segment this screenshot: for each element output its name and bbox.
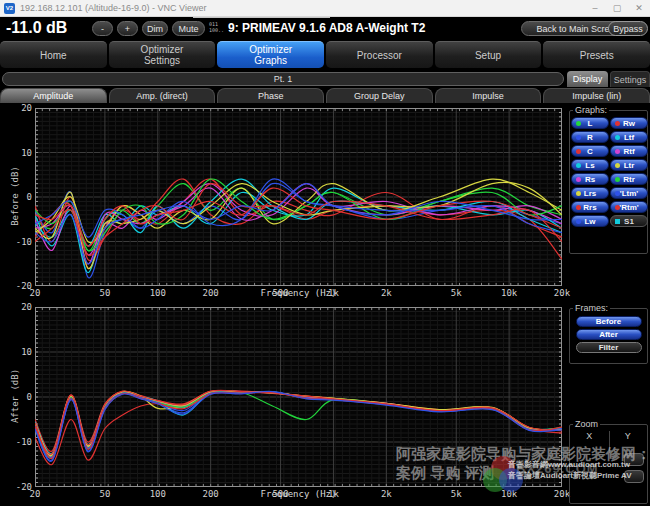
- channel-color-dot: [576, 135, 581, 140]
- x-axis-label: Frequency (Hz): [261, 489, 337, 499]
- tab-optimizer-graphs[interactable]: Optimizer Graphs: [217, 41, 324, 68]
- measurement-point-bar[interactable]: Pt. 1: [2, 72, 564, 86]
- channel-button-Rtm[interactable]: 'Rtm': [610, 201, 648, 213]
- channel-color-dot: [615, 121, 620, 126]
- x-tick-label: 5k: [451, 489, 462, 499]
- graphs-panel: Graphs: LRwRLtfCRtfLsLtrRsRtrLrs'Ltm'Rrs…: [569, 110, 648, 254]
- highlight-line: [193, 17, 330, 18]
- bitstream-icon: 011100..: [209, 21, 224, 33]
- mute-button[interactable]: Mute: [172, 21, 205, 36]
- channel-label: 'Ltm': [620, 189, 638, 198]
- y-tick-label: 20: [2, 302, 32, 312]
- channel-button-Ls[interactable]: Ls: [571, 159, 609, 171]
- os-titlebar: V2 192.168.12.101 (Altitude-16-9.0) - VN…: [0, 0, 650, 17]
- channel-button-Rs[interactable]: Rs: [571, 173, 609, 185]
- channel-color-dot: [615, 205, 620, 210]
- x-tick-label: 50: [99, 489, 110, 499]
- x-tick-label: 200: [203, 489, 219, 499]
- frame-button-after[interactable]: After: [576, 329, 642, 340]
- volume-up-button[interactable]: +: [117, 21, 138, 36]
- minimize-button[interactable]: –: [584, 1, 606, 16]
- channel-label: Rtf: [623, 147, 634, 156]
- tab-display[interactable]: Display: [567, 71, 608, 87]
- frame-button-filter[interactable]: Filter: [576, 342, 642, 353]
- tab-home[interactable]: Home: [0, 41, 107, 68]
- channel-button-Lw[interactable]: Lw: [571, 215, 609, 227]
- y-tick-label: 10: [2, 148, 32, 158]
- channel-label: Rtr: [623, 175, 635, 184]
- channel-color-dot: [615, 135, 620, 140]
- preset-title: 9: PRIMEAV 9.1.6 AD8 A-Weight T2: [228, 21, 425, 35]
- channel-color-dot: [576, 177, 581, 182]
- graph-tab-amp-direct-[interactable]: Amp. (direct): [109, 88, 216, 103]
- y-tick-label: -10: [2, 237, 32, 247]
- x-axis-label: Frequency (Hz): [261, 288, 337, 298]
- dim-button[interactable]: Dim: [142, 21, 168, 36]
- channel-color-dot: [576, 149, 581, 154]
- x-tick-label: 100: [150, 489, 166, 499]
- x-tick-label: 50: [99, 288, 110, 298]
- tab-settings[interactable]: Settings: [610, 71, 650, 87]
- channel-color-dot: [576, 219, 581, 224]
- graph-tab-amplitude[interactable]: Amplitude: [0, 88, 107, 103]
- channel-button-Ltf[interactable]: Ltf: [610, 131, 648, 143]
- channel-button-R[interactable]: R: [571, 131, 609, 143]
- channel-label: Rrs: [583, 203, 596, 212]
- channel-label: Ltf: [624, 133, 634, 142]
- x-tick-label: 2k: [381, 489, 392, 499]
- channel-button-Rtr[interactable]: Rtr: [610, 173, 648, 185]
- graph-tab-impulse[interactable]: Impulse: [435, 88, 542, 103]
- channel-label: R: [587, 133, 593, 142]
- channel-button-Ltm[interactable]: 'Ltm': [610, 187, 648, 199]
- channel-label: Lrs: [584, 189, 596, 198]
- plot-area: [35, 108, 562, 286]
- channel-button-Ltr[interactable]: Ltr: [610, 159, 648, 171]
- frame-button-before[interactable]: Before: [576, 316, 642, 327]
- zoom-panel-label: Zoom: [573, 419, 600, 429]
- frames-panel-label: Frames:: [573, 303, 610, 313]
- graphs-panel-label: Graphs:: [573, 105, 609, 115]
- channel-button-Lrs[interactable]: Lrs: [571, 187, 609, 199]
- x-tick-label: 20k: [554, 489, 570, 499]
- graph-tab-group-delay[interactable]: Group Delay: [326, 88, 433, 103]
- channel-button-Rw[interactable]: Rw: [610, 117, 648, 129]
- graph-tab-impulse-lin-[interactable]: Impulse (lin): [543, 88, 650, 103]
- channel-label: Ls: [585, 161, 594, 170]
- channel-label: Lw: [584, 217, 595, 226]
- graph-tab-phase[interactable]: Phase: [217, 88, 324, 103]
- channel-color-dot: [576, 191, 581, 196]
- tab-optimizer-settings[interactable]: Optimizer Settings: [109, 41, 216, 68]
- y-tick-label: -20: [2, 281, 32, 291]
- channel-button-Rrs[interactable]: Rrs: [571, 201, 609, 213]
- channel-button-Rtf[interactable]: Rtf: [610, 145, 648, 157]
- vnc-logo-icon: V2: [4, 3, 15, 14]
- tab-processor[interactable]: Processor: [326, 41, 433, 68]
- bypass-button[interactable]: Bypass: [608, 21, 648, 36]
- x-tick-label: 200: [203, 288, 219, 298]
- volume-down-button[interactable]: -: [92, 21, 113, 36]
- window-title: 192.168.12.101 (Altitude-16-9.0) - VNC V…: [20, 3, 584, 13]
- channel-color-dot: [615, 191, 620, 196]
- close-button[interactable]: ✕: [628, 1, 650, 16]
- channel-label: S1: [624, 217, 634, 226]
- x-tick-label: 20: [30, 288, 41, 298]
- maximize-button[interactable]: ▢: [606, 1, 628, 16]
- channel-button-L[interactable]: L: [571, 117, 609, 129]
- x-tick-label: 20: [30, 489, 41, 499]
- x-tick-label: 2k: [381, 288, 392, 298]
- app-topbar: -11.0 dB - + Dim Mute 011100.. 9: PRIMEA…: [0, 17, 650, 41]
- zoom-y-label: Y: [609, 431, 648, 441]
- tab-presets[interactable]: Presets: [543, 41, 650, 68]
- y-axis-label: After (dB): [10, 361, 20, 431]
- x-tick-label: 100: [150, 288, 166, 298]
- before-chart: 20100-10-2020501002005001k2k5k10k20kFreq…: [0, 104, 567, 300]
- tab-setup[interactable]: Setup: [435, 41, 542, 68]
- channel-label: C: [587, 147, 593, 156]
- channel-label: Ltr: [624, 161, 635, 170]
- y-tick-label: -10: [2, 437, 32, 447]
- y-tick-label: 10: [2, 347, 32, 357]
- channel-color-dot: [615, 149, 620, 154]
- channel-button-S1[interactable]: S1: [610, 215, 648, 227]
- channel-button-C[interactable]: C: [571, 145, 609, 157]
- channel-color-dot: [615, 163, 620, 168]
